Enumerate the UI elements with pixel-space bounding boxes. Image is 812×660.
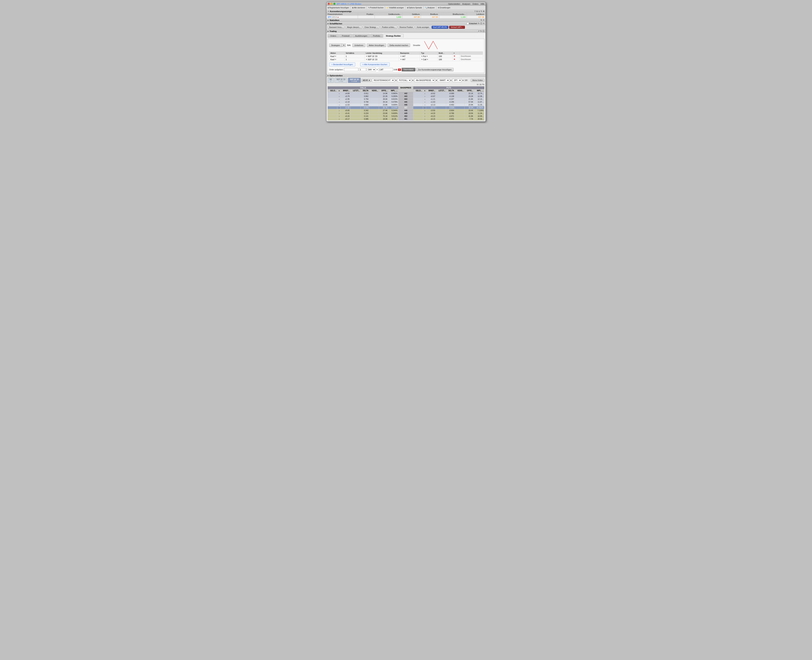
kursnotierung-extra-icon[interactable]: ⊕ (483, 10, 484, 13)
tab-protokoll[interactable]: Protokoll (339, 34, 352, 38)
handelstag-arrow-0[interactable]: ▼ (366, 56, 367, 57)
call-geld-3 (328, 101, 337, 103)
ubermitteln-btn[interactable]: Übermitteln (402, 68, 415, 71)
delta-neutral-btn[interactable]: Delta-neutral machen (388, 43, 410, 47)
options-row-1[interactable]: x c3.79 0.862 22.2K 9.283% 443 x c0.87 -… (328, 95, 484, 98)
order-type-input[interactable] (379, 68, 393, 71)
tab-add-btn[interactable]: ⊞ Registerkarte hinzufügen (328, 7, 349, 9)
options-row-0[interactable]: x c4.69 0.911 14.9K 8.965% 442 x c0.62 -… (328, 92, 484, 95)
schaltflachen-header[interactable]: ▶ Schaltflächen Entsichert ↻ ⓘ ✕ (326, 22, 486, 25)
options-row-3[interactable]: x c2.19 0.706 34.1K 9.478% 445 x c1.63 -… (328, 101, 484, 103)
options-row-5[interactable]: x c1.02 -0.476 25.7K 9.123% 447 x c2.77 … (328, 106, 484, 109)
statistiken-close-icon[interactable]: ✕ (483, 19, 484, 21)
menu-analysen[interactable]: Analysen (462, 3, 470, 5)
basiswert-btn[interactable]: Basiswert hinzu... (328, 26, 345, 29)
kursnotierung-table-icon[interactable]: T (475, 10, 476, 13)
smart-select[interactable]: SMART (438, 79, 450, 82)
order-input[interactable] (344, 68, 358, 71)
trading-icon3[interactable]: ⓘ (483, 30, 484, 32)
kursnotierung-settings-icon[interactable]: S (479, 10, 480, 13)
statistiken-refresh-icon[interactable]: ↻ (481, 19, 482, 21)
spy-select[interactable]: SPY (453, 79, 462, 82)
typ-arrow2-0[interactable]: ▼ (426, 56, 428, 57)
date-tab-sep15[interactable]: SEP 15 '23 1 TAG (334, 78, 347, 83)
trading-header[interactable]: ▶ Trading ↗ ↻ ⓘ (326, 30, 486, 33)
reverse-position-btn[interactable]: Reverse Position (398, 26, 415, 29)
spreads-btn[interactable]: ⊞ Options-Spreads (407, 7, 422, 9)
clear-all-btn[interactable]: × Alle Komponenten löschen (360, 62, 390, 67)
basis-select[interactable]: Alle BASISPREISE (414, 79, 435, 82)
menu-orders[interactable]: Orders (472, 3, 478, 5)
settings-btn[interactable]: ⚙ Einstellungen (438, 7, 450, 9)
close-window-btn[interactable]: ✕ (328, 3, 330, 5)
schaltflachen-section: ▶ Schaltflächen Entsichert ↻ ⓘ ✕ Basiswe… (326, 22, 486, 30)
minimize-window-btn[interactable]: − (331, 3, 333, 5)
calls-impl-col: IMPL. ... (388, 89, 398, 92)
verkauf-lmt-btn[interactable]: Verkauf LMT+... (449, 26, 465, 29)
konto-anzeigen-btn[interactable]: Konto anzeigen (415, 26, 431, 29)
aktion-arrow-0[interactable]: ▼ (335, 56, 336, 57)
volatility-btn[interactable]: ⚡ Volatilität anzeigen (386, 7, 404, 9)
schaltflachen-info-icon[interactable]: ⓘ (480, 22, 482, 25)
call-brief-1: c3.79 (340, 95, 350, 98)
cancel-all-btn[interactable]: ⊠ Alle stornieren (352, 7, 365, 9)
maximize-window-btn[interactable]: + (333, 3, 336, 5)
entsichert-checkbox[interactable] (467, 22, 469, 25)
position-schliessen-btn[interactable]: Position schlies... (380, 26, 397, 29)
typ-arrow-1[interactable]: ▼ (421, 59, 423, 60)
date-tab-sep18[interactable]: SEP 18 '23 4 TAGE (348, 78, 361, 83)
statistiken-header[interactable]: ▶ Statistiken ↻ ✕ (326, 19, 486, 22)
order-quantity[interactable] (359, 68, 366, 71)
remove-btn-1[interactable]: ✕ (452, 58, 460, 61)
handelstag-arrow-1[interactable]: ▼ (366, 59, 367, 60)
meine-ketten-btn[interactable]: Meine Ketten (471, 79, 484, 82)
strategien-btn[interactable]: Strategien (329, 43, 342, 47)
umkehren-btn[interactable]: Umkehren (352, 43, 366, 47)
tab-ausfuhrungen[interactable]: Ausführungen (352, 34, 370, 38)
schaltflachen-refresh-icon[interactable]: ↻ (478, 22, 480, 25)
date-tab-se[interactable]: SE 0 (328, 78, 334, 83)
add-component-btn[interactable]: + Bestandteil hinzufügen (329, 62, 355, 67)
close-strategy-btn[interactable]: Close Strategy ... (363, 26, 380, 29)
options-row-9[interactable]: x c0.17 0.085 18.0K 10.29... 451 x c6.15… (328, 118, 484, 121)
view-select[interactable]: REGISTERANSICHT (372, 79, 394, 82)
schaltflachen-close-icon[interactable]: ✕ (483, 22, 484, 25)
options-row-7[interactable]: x c0.41 0.224 23.6K 9.609% 449 x c4.33 -… (328, 112, 484, 115)
trading-icon1[interactable]: ↗ (478, 30, 480, 32)
tab-strategy-builder[interactable]: Strategy Builder (383, 34, 404, 38)
options-row-2[interactable]: x c2.95 0.794 28.6K 8.815% 444 x c1.21 -… (328, 98, 484, 101)
kauf-lmt-btn[interactable]: Kauf LMT+85.0% (432, 26, 449, 29)
remove-btn-0[interactable]: ✕ (452, 55, 460, 58)
trading-icon2[interactable]: ↻ (480, 30, 482, 32)
typ-arrow2-1[interactable]: ▼ (427, 59, 428, 60)
analysen-btn[interactable]: 🔍 Analysen (425, 7, 435, 9)
aktion-arrow-1[interactable]: ▼ (335, 59, 336, 60)
call-impl-1: 9.283% (388, 95, 398, 98)
log-clear-btn[interactable]: ✎ Protokoll löschen (368, 7, 383, 9)
put-letzt-0 (436, 92, 446, 95)
typ-arrow-0[interactable]: ▼ (421, 56, 423, 57)
mehr-btn[interactable]: MEHR ▼ (361, 79, 371, 82)
kursnotierung-bar-icon[interactable]: B (476, 10, 478, 13)
options-row-4[interactable]: x c1.53 0.600 23.8K 9.009% 446 x c2.13 -… (328, 103, 484, 106)
put-letzt-9 (436, 118, 446, 121)
options-row-8[interactable]: x c0.26 0.141 75.1K 9.912% 450 x c5.23 -… (328, 115, 484, 118)
basispreis-arrow-0[interactable]: ▼ (400, 56, 402, 57)
menu-hilfe[interactable]: Hilfe (481, 3, 484, 5)
order-duration-select[interactable]: DAY GTC (367, 68, 376, 71)
options-row-6[interactable]: x c0.65 0.342 27.4K 9.344% 448 x c3.50 -… (328, 109, 484, 112)
add-to-kurs-btn[interactable]: Zur Kursnotierungsanzeige hinzufügen (416, 68, 454, 71)
kursnotierung-refresh-icon[interactable]: ↻ (481, 10, 482, 13)
strategien-arrow[interactable]: ▼ (342, 44, 346, 47)
optionsketten-header[interactable]: ▶ Optionsketten (326, 74, 486, 77)
tab-orders[interactable]: Orders (328, 34, 339, 38)
typ-cell-0: ▼ Put ▼ (420, 55, 437, 58)
tab-portfolio[interactable]: Portfolio (370, 34, 383, 38)
kursnotierung-header[interactable]: ▼ Kursnotierungsanzeige T B S ↻ ⊕ (326, 10, 486, 13)
menu-optionsketten[interactable]: Optionsketten (448, 3, 460, 5)
basispreis-arrow-1[interactable]: ▼ (400, 59, 402, 60)
margin-btn[interactable]: Margin überprü... (345, 26, 362, 29)
aktien-hinzufugen-btn[interactable]: Aktien hinzufügen (367, 43, 386, 47)
type-select[interactable]: PUT/CALL (397, 79, 412, 82)
put-offe-3: 57.0K (465, 101, 474, 103)
